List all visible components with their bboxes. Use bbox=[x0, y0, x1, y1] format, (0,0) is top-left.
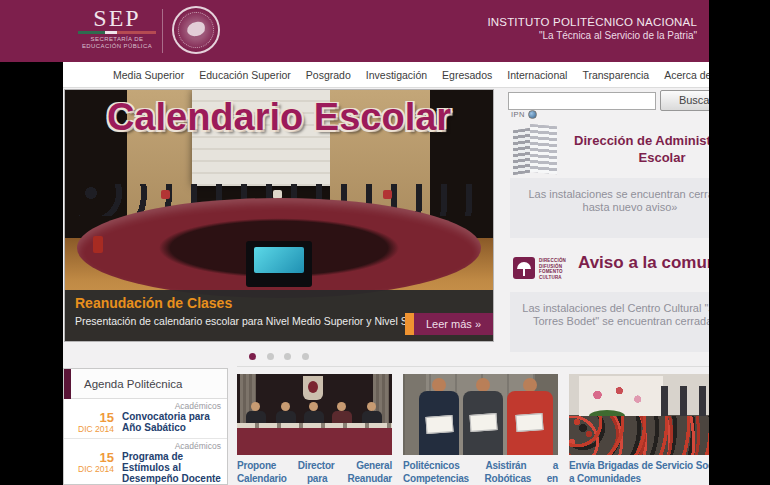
building-icon bbox=[513, 124, 559, 176]
read-more-label: Leer más » bbox=[414, 313, 493, 335]
photo-accent bbox=[161, 190, 170, 199]
carousel-dot-2[interactable] bbox=[267, 353, 274, 360]
nav-item-internacional[interactable]: Internacional bbox=[507, 69, 567, 81]
nav-item-egresados[interactable]: Egresados bbox=[442, 69, 492, 81]
agenda-item-ano-sabatico[interactable]: Académicos 15 DIC 2014 Convocatoria para… bbox=[64, 399, 227, 439]
mexico-coat-of-arms-icon bbox=[172, 6, 220, 54]
news-card-brigadas[interactable]: Envía Brigadas de Servicio Social a Comu… bbox=[569, 374, 724, 485]
agenda-date: 15 DIC 2014 bbox=[70, 411, 122, 434]
photo-red-chair bbox=[93, 236, 103, 253]
umbrella-icon bbox=[513, 257, 535, 279]
news-photo-students bbox=[403, 374, 558, 455]
nav-item-transparencia[interactable]: Transparencia bbox=[582, 69, 649, 81]
carousel-dot-4[interactable] bbox=[302, 353, 309, 360]
nav-item-posgrado[interactable]: Posgrado bbox=[306, 69, 351, 81]
site-header: SEP SECRETARÍA DE EDUCACIÓN PÚBLICA INST… bbox=[0, 0, 709, 62]
carousel-dot-3[interactable] bbox=[284, 353, 291, 360]
slide-headline: Calendario Escolar bbox=[65, 96, 493, 139]
header-divider bbox=[162, 9, 163, 53]
agenda-accent-bar bbox=[64, 369, 71, 399]
agenda-category: Académicos bbox=[70, 441, 221, 451]
globe-icon[interactable] bbox=[528, 110, 537, 119]
news-photo-brigade bbox=[569, 374, 724, 455]
news-caption[interactable]: Envía Brigadas de Servicio Social a Comu… bbox=[569, 460, 724, 485]
sep-caption: SECRETARÍA DE EDUCACIÓN PÚBLICA bbox=[78, 36, 156, 50]
nav-item-investigacion[interactable]: Investigación bbox=[366, 69, 427, 81]
slide-caption-text: Presentación de calendario escolar para … bbox=[75, 315, 440, 327]
search-scope-row: IPN bbox=[511, 110, 537, 119]
agenda-item-title: Programa de Estímulos al Desempeño Docen… bbox=[122, 451, 221, 485]
news-divider bbox=[237, 366, 709, 367]
news-caption[interactable]: Politécnicos Asistirán a Competencias Ro… bbox=[403, 460, 558, 485]
main-nav: Media Superior Educación Superior Posgra… bbox=[63, 62, 709, 88]
sep-acronym: SEP bbox=[78, 6, 156, 30]
agenda-politecnica-widget: Agenda Politécnica Académicos 15 DIC 201… bbox=[63, 368, 228, 485]
agenda-header: Agenda Politécnica bbox=[64, 369, 227, 399]
agenda-category: Académicos bbox=[70, 401, 221, 411]
sep-logo[interactable]: SEP SECRETARÍA DE EDUCACIÓN PÚBLICA bbox=[78, 6, 156, 50]
news-photo-panel bbox=[237, 374, 392, 455]
nav-item-media-superior[interactable]: Media Superior bbox=[113, 69, 184, 81]
photo-monitor bbox=[246, 241, 312, 287]
institute-block: INSTITUTO POLITÉCNICO NACIONAL "La Técni… bbox=[377, 15, 697, 42]
culture-logo-text: DIRECCIÓN DIFUSIÓN FOMENTO CULTURA bbox=[539, 258, 579, 280]
photo-accent bbox=[383, 190, 392, 199]
agenda-item-estimulos-docente[interactable]: Académicos 15 DIC 2014 Programa de Estím… bbox=[64, 439, 227, 485]
search-scope-label: IPN bbox=[511, 110, 525, 119]
nav-item-educacion-superior[interactable]: Educación Superior bbox=[199, 69, 291, 81]
news-caption[interactable]: Propone Director General Calendario para… bbox=[237, 460, 392, 485]
sep-flag-line bbox=[78, 31, 156, 34]
agenda-item-title: Convocatoria para Año Sabático bbox=[122, 411, 221, 434]
institute-name: INSTITUTO POLITÉCNICO NACIONAL bbox=[377, 15, 697, 29]
agenda-title: Agenda Politécnica bbox=[84, 378, 182, 390]
news-card-calendario[interactable]: Propone Director General Calendario para… bbox=[237, 374, 392, 485]
institute-motto: "La Técnica al Servicio de la Patria" bbox=[377, 29, 697, 42]
slide-caption-title[interactable]: Reanudación de Clases bbox=[75, 295, 232, 311]
slide-caption-bar: Reanudación de Clases Presentación de ca… bbox=[65, 290, 493, 341]
read-more-button[interactable]: Leer más » bbox=[405, 313, 493, 335]
left-crop-bar bbox=[0, 62, 63, 485]
right-crop-bar bbox=[709, 0, 770, 485]
read-more-accent-bar bbox=[405, 313, 414, 335]
news-card-robotica[interactable]: Politécnicos Asistirán a Competencias Ro… bbox=[403, 374, 558, 485]
hero-carousel[interactable]: Calendario Escolar Reanudación de Clases… bbox=[65, 90, 493, 341]
carousel-dots bbox=[65, 346, 493, 364]
carousel-dot-1[interactable] bbox=[249, 353, 256, 360]
culture-direction-logo: DIRECCIÓN DIFUSIÓN FOMENTO CULTURA bbox=[513, 256, 575, 282]
search-input[interactable] bbox=[508, 92, 656, 110]
agenda-date: 15 DIC 2014 bbox=[70, 451, 122, 485]
page: SEP SECRETARÍA DE EDUCACIÓN PÚBLICA INST… bbox=[0, 0, 770, 485]
